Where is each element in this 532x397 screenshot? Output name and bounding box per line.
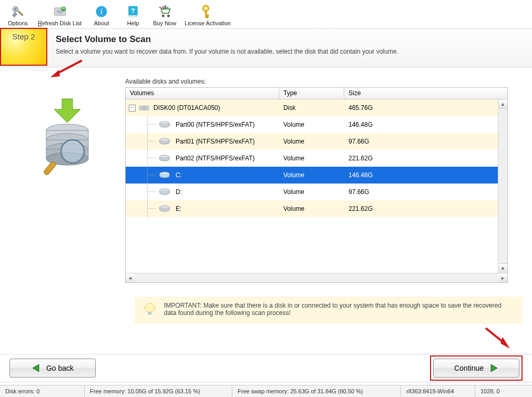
svg-point-41 bbox=[146, 303, 155, 312]
license-button[interactable]: License Activation bbox=[181, 3, 234, 27]
table-row[interactable]: Part02 (NTFS/HPFS/exFAT)Volume221.62G bbox=[126, 150, 507, 167]
volume-icon bbox=[159, 155, 170, 162]
refresh-label: Refresh Disk List bbox=[38, 20, 81, 26]
toolbar: Options Refresh Disk List i About ? bbox=[0, 0, 532, 28]
scroll-down-icon[interactable]: ▼ bbox=[498, 263, 507, 273]
status-bar: Disk errors: 0 Free memory: 10.05G of 15… bbox=[0, 385, 532, 397]
help-label: Help bbox=[127, 20, 139, 26]
scrollbar-horizontal[interactable]: ◄ ► bbox=[126, 273, 507, 282]
svg-marker-22 bbox=[50, 70, 60, 77]
table-row[interactable]: C:Volume146.48G bbox=[126, 167, 507, 184]
svg-line-21 bbox=[56, 60, 82, 74]
svg-rect-14 bbox=[165, 5, 166, 9]
about-button[interactable]: i About bbox=[87, 3, 116, 27]
refresh-button[interactable]: Refresh Disk List bbox=[35, 3, 85, 27]
row-type: Disk bbox=[279, 104, 344, 111]
status-build: r8363:8419-Win64 bbox=[401, 385, 475, 397]
arrow-left-icon bbox=[32, 363, 41, 373]
svg-rect-13 bbox=[162, 6, 164, 9]
help-button[interactable]: ? Help bbox=[118, 3, 148, 27]
row-type: Volume bbox=[279, 205, 344, 212]
status-free-swap: Free swap memory: 25.63G of 31.84G (80.5… bbox=[232, 385, 401, 397]
col-head-type[interactable]: Type bbox=[279, 88, 344, 99]
row-size: 97.66G bbox=[344, 188, 507, 196]
row-name: D: bbox=[176, 188, 182, 196]
row-name: C: bbox=[176, 171, 182, 179]
svg-rect-32 bbox=[43, 161, 57, 176]
col-head-volumes[interactable]: Volumes bbox=[126, 88, 279, 99]
table-row[interactable]: − DISK00 (DT01ACA050)Disk465.76G bbox=[126, 99, 507, 116]
tree-collapse-icon[interactable]: − bbox=[129, 105, 136, 111]
wizard-buttons: Go back Continue bbox=[0, 354, 532, 382]
lightbulb-icon bbox=[142, 302, 158, 318]
volume-icon bbox=[159, 171, 170, 179]
table-row[interactable]: D:Volume97.66G bbox=[126, 184, 507, 200]
table-row[interactable]: Part00 (NTFS/HPFS/exFAT)Volume146.48G bbox=[126, 116, 507, 133]
svg-point-34 bbox=[141, 107, 147, 109]
page-subtitle: Select a volume you want to recover data… bbox=[56, 48, 398, 55]
scroll-left-icon[interactable]: ◄ bbox=[126, 273, 135, 282]
key-icon bbox=[200, 4, 215, 19]
note-text: IMPORTANT: Make sure that there is a dis… bbox=[164, 302, 515, 317]
scan-volume-icon bbox=[36, 94, 99, 178]
goback-label: Go back bbox=[46, 364, 74, 372]
svg-rect-2 bbox=[18, 11, 24, 16]
row-type: Volume bbox=[279, 121, 344, 128]
svg-text:?: ? bbox=[131, 7, 135, 15]
volume-icon bbox=[159, 138, 170, 145]
scroll-track[interactable] bbox=[498, 109, 507, 263]
row-name: Part01 (NTFS/HPFS/exFAT) bbox=[176, 138, 254, 145]
row-type: Volume bbox=[279, 188, 344, 196]
volume-icon bbox=[159, 188, 170, 196]
svg-rect-20 bbox=[207, 17, 208, 18]
goback-button[interactable]: Go back bbox=[9, 359, 96, 378]
continue-button[interactable]: Continue bbox=[433, 359, 519, 378]
grid-body: − DISK00 (DT01ACA050)Disk465.76G Part00 … bbox=[126, 99, 507, 273]
license-label: License Activation bbox=[185, 20, 231, 26]
hdd-icon bbox=[139, 105, 149, 111]
grid-header: Volumes Type Size bbox=[126, 88, 507, 99]
options-label: Options bbox=[8, 20, 28, 26]
wizard-header: Step 2 Select Volume to Scan Select a vo… bbox=[0, 28, 532, 67]
cart-icon bbox=[157, 4, 172, 19]
volume-grid: Volumes Type Size − DISK00 (DT01ACA050)D… bbox=[125, 87, 508, 283]
row-size: 146.48G bbox=[344, 121, 507, 128]
options-button[interactable]: Options bbox=[3, 3, 33, 27]
row-type: Volume bbox=[279, 155, 344, 162]
drive-refresh-icon bbox=[53, 4, 67, 19]
scroll-track-h[interactable] bbox=[135, 273, 498, 282]
annotation-highlight: Continue bbox=[430, 355, 523, 381]
svg-rect-19 bbox=[207, 15, 209, 16]
scroll-up-icon[interactable]: ▲ bbox=[498, 99, 507, 109]
status-coords: 1028, 0 bbox=[475, 385, 532, 397]
help-book-icon: ? bbox=[126, 4, 140, 19]
svg-point-5 bbox=[61, 6, 66, 11]
row-size: 221.62G bbox=[344, 205, 507, 212]
svg-point-17 bbox=[204, 7, 207, 9]
status-free-memory: Free memory: 10.05G of 15.92G (63.15 %) bbox=[85, 385, 232, 397]
svg-rect-9 bbox=[128, 15, 138, 17]
row-size: 465.76G bbox=[344, 104, 507, 111]
status-disk-errors: Disk errors: 0 bbox=[0, 385, 85, 397]
row-size: 221.62G bbox=[344, 155, 507, 162]
row-name: Part00 (NTFS/HPFS/exFAT) bbox=[176, 121, 254, 128]
table-row[interactable]: E:Volume221.62G bbox=[126, 200, 507, 217]
gear-wrench-icon bbox=[11, 4, 25, 19]
row-type: Volume bbox=[279, 138, 344, 145]
annotation-arrow-icon bbox=[48, 58, 85, 79]
wizard-art bbox=[9, 78, 125, 283]
svg-point-11 bbox=[162, 15, 165, 17]
buy-button[interactable]: Buy Now bbox=[150, 3, 179, 27]
scrollbar-vertical[interactable]: ▲ ▼ bbox=[498, 99, 507, 273]
info-icon: i bbox=[94, 4, 109, 19]
scroll-right-icon[interactable]: ► bbox=[498, 273, 507, 282]
svg-point-12 bbox=[167, 15, 170, 17]
continue-label: Continue bbox=[454, 364, 484, 372]
table-row[interactable]: Part01 (NTFS/HPFS/exFAT)Volume97.66G bbox=[126, 133, 507, 150]
row-name: DISK00 (DT01ACA050) bbox=[154, 104, 220, 111]
svg-rect-15 bbox=[167, 7, 168, 9]
row-name: E: bbox=[176, 205, 181, 212]
col-head-size[interactable]: Size bbox=[344, 88, 507, 99]
buy-label: Buy Now bbox=[153, 20, 176, 26]
step-tile: Step 2 bbox=[0, 28, 47, 66]
